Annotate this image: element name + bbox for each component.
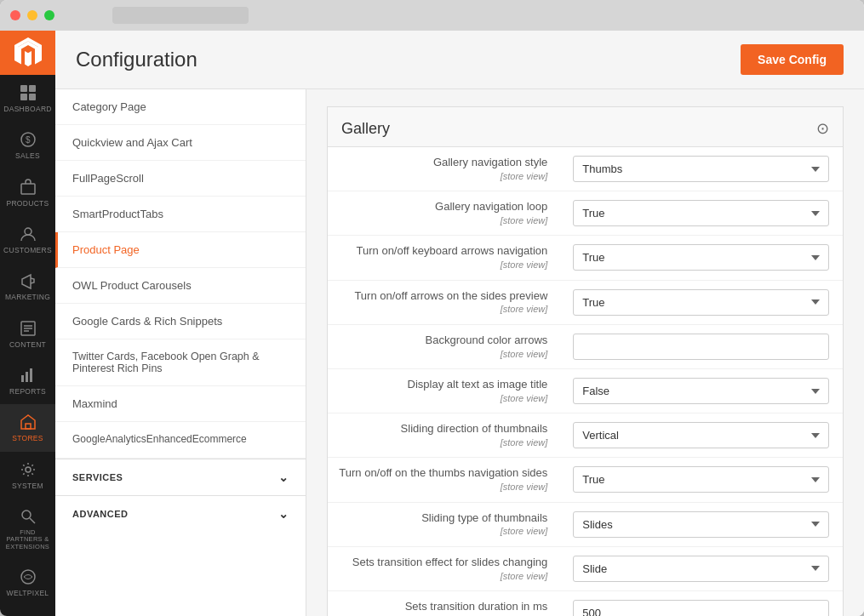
gallery-rows: Gallery navigation style [store view] Th… <box>328 147 843 616</box>
nav-item-category-page[interactable]: Category Page <box>55 89 306 125</box>
nav-item-google-cards[interactable]: Google Cards & Rich Snippets <box>55 304 306 339</box>
transition-duration-input[interactable] <box>573 600 829 616</box>
alt-text-select[interactable]: False True <box>573 378 829 404</box>
products-label: PRODUCTS <box>6 200 49 208</box>
sliding-direction-label: Sliding direction of thumbnails [store v… <box>328 422 564 448</box>
gallery-nav-loop-control: True False <box>564 200 843 226</box>
sidebar-item-dashboard[interactable]: DASHBOARD <box>0 75 55 122</box>
svg-line-18 <box>30 518 35 523</box>
stores-label: STORES <box>12 435 43 442</box>
transition-effect-control: Slide Fade Zoom <box>564 556 843 582</box>
gallery-nav-style-select[interactable]: Thumbs Dots None <box>573 156 829 182</box>
thumbs-nav-control: True False <box>564 466 843 493</box>
sidebar-item-find-partners[interactable]: FIND PARTNERS & EXTENSIONS <box>0 499 55 559</box>
gallery-section-header: Gallery ⊙ <box>328 107 843 147</box>
sidebar: DASHBOARD $ SALES PRODUCTS <box>0 31 55 616</box>
alt-text-control: False True <box>564 378 843 404</box>
marketing-icon <box>19 271 37 290</box>
sliding-direction-control: Vertical Horizontal <box>564 422 843 448</box>
transition-effect-row: Sets transition effect for slides changi… <box>328 547 843 591</box>
reports-icon <box>19 366 37 385</box>
sliding-type-control: Slides Fade <box>564 511 843 538</box>
keyboard-nav-row: Turn on/off keyboard arrows navigation [… <box>328 236 843 280</box>
svg-point-17 <box>22 510 31 519</box>
thumbs-nav-row: Turn on/off on the thumbs navigation sid… <box>328 458 843 502</box>
nav-item-smart-product[interactable]: SmartProductTabs <box>55 197 306 232</box>
title-bar <box>0 0 864 31</box>
thumbs-nav-label: Turn on/off on the thumbs navigation sid… <box>328 466 564 493</box>
transition-duration-control <box>564 600 843 616</box>
sales-label: SALES <box>15 152 40 160</box>
customers-label: CUSTOMERS <box>3 247 52 254</box>
gallery-nav-loop-label: Gallery navigation loop [store view] <box>328 200 564 226</box>
sliding-type-row: Sliding type of thumbnails [store view] … <box>328 503 843 547</box>
top-bar: Configuration Save Config <box>55 31 864 89</box>
svg-rect-0 <box>20 85 27 92</box>
gallery-collapse-icon[interactable]: ⊙ <box>816 119 829 138</box>
nav-item-fullpage[interactable]: FullPageScroll <box>55 161 306 197</box>
url-bar <box>112 7 249 24</box>
dashboard-label: DASHBOARD <box>3 106 52 113</box>
nav-item-maxmind[interactable]: Maxmind <box>55 386 306 422</box>
sliding-type-select[interactable]: Slides Fade <box>573 511 829 538</box>
find-partners-label: FIND PARTNERS & EXTENSIONS <box>3 529 52 550</box>
thumbs-nav-select[interactable]: True False <box>573 466 829 493</box>
sliding-direction-select[interactable]: Vertical Horizontal <box>573 422 829 448</box>
sidebar-logo <box>0 31 55 75</box>
bg-color-input[interactable] <box>573 334 829 360</box>
arrows-sides-row: Turn on/off arrows on the sides preview … <box>328 281 843 325</box>
find-partners-icon <box>19 507 37 526</box>
sidebar-item-customers[interactable]: CUSTOMERS <box>0 216 55 263</box>
marketing-label: MARKETING <box>5 294 50 301</box>
transition-duration-row: Sets transition duration in ms [store vi… <box>328 591 843 616</box>
system-icon <box>19 460 37 479</box>
nav-item-product-page[interactable]: Product Page <box>55 232 306 268</box>
svg-rect-15 <box>26 424 31 429</box>
svg-rect-3 <box>29 94 36 100</box>
svg-rect-2 <box>20 94 27 100</box>
sidebar-item-content[interactable]: CONTENT <box>0 311 55 357</box>
sidebar-item-weltpixel[interactable]: WELTPIXEL <box>0 559 55 606</box>
keyboard-nav-control: True False <box>564 244 843 271</box>
gallery-nav-loop-select[interactable]: True False <box>573 200 829 226</box>
maximize-button[interactable] <box>44 10 54 20</box>
sidebar-item-marketing[interactable]: MARKETING <box>0 263 55 310</box>
svg-point-7 <box>25 228 31 235</box>
page-title: Configuration <box>76 48 197 71</box>
transition-effect-label: Sets transition effect for slides changi… <box>328 556 564 582</box>
chevron-down-icon: ⌄ <box>278 471 289 484</box>
arrows-sides-select[interactable]: True False <box>573 289 829 316</box>
svg-rect-14 <box>30 368 32 382</box>
products-icon <box>19 178 37 197</box>
gallery-title: Gallery <box>341 120 390 138</box>
content-label: CONTENT <box>9 341 46 349</box>
minimize-button[interactable] <box>27 10 37 20</box>
nav-item-twitter[interactable]: Twitter Cards, Facebook Open Graph & Pin… <box>55 339 306 386</box>
transition-effect-select[interactable]: Slide Fade Zoom <box>573 556 829 582</box>
nav-section-advanced[interactable]: ADVANCED ⌄ <box>55 495 306 532</box>
nav-item-google-analytics[interactable]: GoogleAnalyticsEnhancedEcommerce <box>55 422 306 459</box>
sidebar-item-sales[interactable]: $ SALES <box>0 122 55 168</box>
gallery-nav-style-control: Thumbs Dots None <box>564 156 843 182</box>
nav-item-quickview[interactable]: Quickview and Ajax Cart <box>55 125 306 161</box>
alt-text-label: Display alt text as image title [store v… <box>328 378 564 404</box>
bg-color-label: Background color arrows [store view] <box>328 334 564 360</box>
save-config-button[interactable]: Save Config <box>741 44 844 75</box>
gallery-section: Gallery ⊙ Gallery navigation style [stor… <box>327 106 844 616</box>
sidebar-item-products[interactable]: PRODUCTS <box>0 169 55 216</box>
sidebar-item-reports[interactable]: REPORTS <box>0 357 55 404</box>
svg-rect-13 <box>26 372 28 382</box>
sidebar-item-stores[interactable]: STORES <box>0 404 55 451</box>
keyboard-nav-select[interactable]: True False <box>573 244 829 271</box>
keyboard-nav-label: Turn on/off keyboard arrows navigation [… <box>328 244 564 271</box>
alt-text-row: Display alt text as image title [store v… <box>328 369 843 414</box>
close-button[interactable] <box>10 10 20 20</box>
nav-item-owl[interactable]: OWL Product Carousels <box>55 268 306 304</box>
sliding-direction-row: Sliding direction of thumbnails [store v… <box>328 414 843 458</box>
sidebar-item-system[interactable]: SYSTEM <box>0 452 55 499</box>
dashboard-icon <box>19 83 37 102</box>
nav-section-services[interactable]: SERVICES ⌄ <box>55 459 306 495</box>
sliding-type-label: Sliding type of thumbnails [store view] <box>328 511 564 538</box>
main-content: Gallery ⊙ Gallery navigation style [stor… <box>306 89 864 616</box>
customers-icon <box>19 225 37 243</box>
